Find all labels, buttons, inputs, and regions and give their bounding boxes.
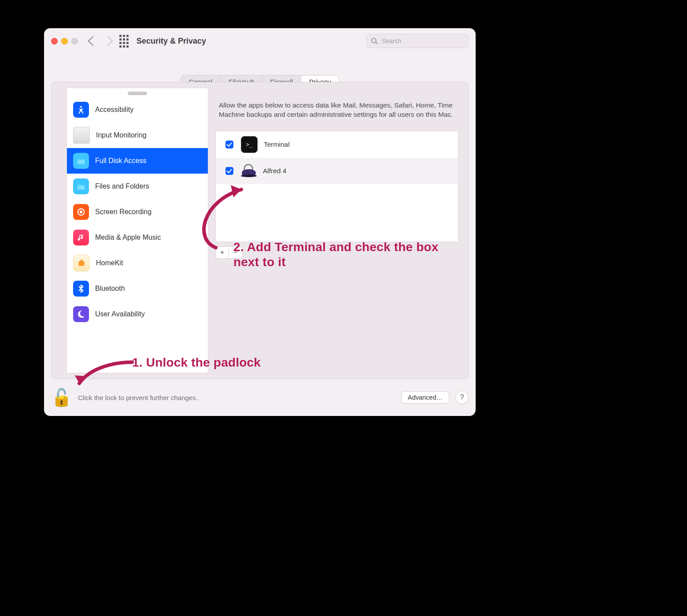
search-icon [371, 38, 377, 44]
sidebar-item-label: Bluetooth [95, 285, 125, 293]
sidebar-item-input-monitoring[interactable]: Input Monitoring [67, 122, 208, 148]
search-input[interactable] [381, 37, 460, 45]
sidebar-item-label: Files and Folders [95, 182, 149, 190]
app-name: Terminal [264, 141, 290, 148]
svg-point-2 [80, 106, 82, 108]
home-icon [73, 255, 90, 271]
svg-line-1 [376, 42, 377, 44]
nav-arrows [89, 37, 111, 45]
add-app-button[interactable]: + [216, 247, 229, 258]
sidebar-item-screen-recording[interactable]: Screen Recording [67, 199, 208, 225]
show-all-icon[interactable] [119, 35, 129, 48]
terminal-icon: >_ [241, 136, 258, 153]
zoom-window-button[interactable] [71, 38, 78, 45]
svg-point-0 [372, 38, 376, 43]
moon-icon [73, 306, 89, 322]
record-icon [73, 204, 89, 220]
sidebar-item-full-disk-access[interactable]: Full Disk Access [67, 148, 208, 174]
scroll-indicator [128, 92, 147, 95]
svg-point-4 [80, 211, 82, 213]
forward-button[interactable] [103, 36, 113, 46]
app-checkbox-terminal[interactable] [225, 141, 233, 148]
accessibility-icon [73, 102, 89, 118]
footer: 🔓 Click the lock to prevent further chan… [51, 385, 469, 410]
lock-icon[interactable]: 🔓 [51, 389, 72, 406]
advanced-button[interactable]: Advanced… [401, 391, 449, 404]
folder-icon [73, 178, 89, 194]
close-window-button[interactable] [51, 38, 58, 45]
sidebar-item-label: Accessibility [95, 106, 133, 114]
privacy-panel: Accessibility Input Monitoring Full Disk… [51, 82, 469, 379]
preferences-window: Security & Privacy General FileVault Fir… [44, 28, 476, 416]
app-row-terminal[interactable]: >_ Terminal [216, 131, 458, 158]
sidebar-item-accessibility[interactable]: Accessibility [67, 97, 208, 122]
privacy-category-list[interactable]: Accessibility Input Monitoring Full Disk… [66, 88, 208, 373]
apps-list[interactable]: >_ Terminal Alfred 4 [215, 131, 458, 242]
sidebar-item-bluetooth[interactable]: Bluetooth [67, 276, 208, 301]
app-row-alfred[interactable]: Alfred 4 [216, 158, 458, 184]
search-field[interactable] [366, 34, 469, 48]
sidebar-item-label: HomeKit [96, 259, 123, 267]
folder-icon [73, 153, 89, 169]
keyboard-icon [73, 127, 90, 144]
sidebar-item-label: Full Disk Access [95, 157, 146, 165]
annotation-step2: 2. Add Terminal and check the box next t… [233, 240, 462, 269]
annotation-step1: 1. Unlock the padlock [132, 355, 261, 370]
app-checkbox-alfred[interactable] [225, 167, 233, 175]
minimize-window-button[interactable] [61, 38, 68, 45]
sidebar-item-media-apple-music[interactable]: Media & Apple Music [67, 225, 208, 250]
window-controls [51, 38, 78, 45]
music-note-icon [73, 230, 89, 245]
full-disk-access-content: Allow the apps below to access data like… [215, 88, 458, 373]
toolbar: Security & Privacy [44, 28, 476, 54]
sidebar-item-homekit[interactable]: HomeKit [67, 250, 208, 276]
bluetooth-icon [73, 281, 89, 297]
description-text: Allow the apps below to access data like… [215, 88, 458, 128]
sidebar-item-label: Screen Recording [95, 208, 151, 216]
lock-hint: Click the lock to prevent further change… [78, 394, 198, 401]
back-button[interactable] [88, 36, 98, 46]
help-button[interactable]: ? [455, 391, 469, 404]
sidebar-item-label: Media & Apple Music [95, 234, 161, 241]
alfred-icon [241, 163, 257, 179]
window-title: Security & Privacy [137, 37, 206, 46]
sidebar-item-label: Input Monitoring [96, 131, 147, 139]
sidebar-item-label: User Availability [95, 310, 145, 318]
sidebar-item-user-availability[interactable]: User Availability [67, 301, 208, 327]
app-name: Alfred 4 [263, 167, 286, 175]
sidebar-item-files-and-folders[interactable]: Files and Folders [67, 174, 208, 199]
